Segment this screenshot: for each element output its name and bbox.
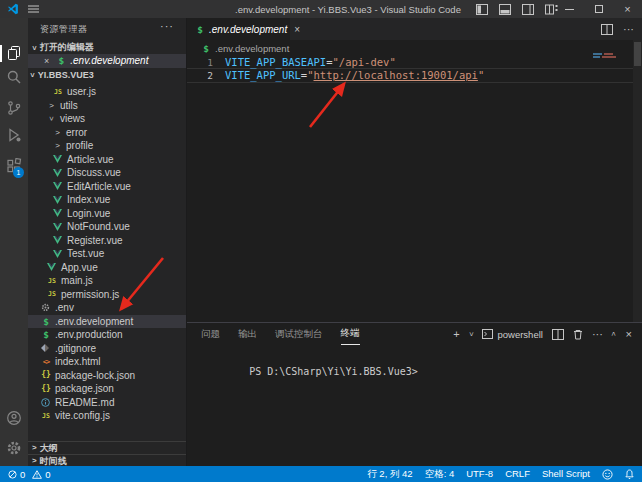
toggle-panel-icon[interactable] bbox=[499, 4, 511, 15]
split-editor-icon[interactable] bbox=[601, 24, 613, 35]
minimap[interactable] bbox=[593, 53, 625, 61]
json-file-icon: {} bbox=[41, 370, 51, 380]
tree-item-test.vue[interactable]: Test.vue bbox=[28, 247, 186, 261]
tree-item-main.js[interactable]: JSmain.js bbox=[28, 274, 186, 288]
open-editor-item[interactable]: × $ .env.development bbox=[28, 54, 186, 68]
maximize-panel-icon[interactable]: > bbox=[610, 332, 618, 337]
more-actions-icon[interactable]: ··· bbox=[623, 24, 634, 35]
split-terminal-icon[interactable] bbox=[552, 329, 564, 340]
vue-file-icon bbox=[53, 223, 63, 231]
close-panel-icon[interactable]: × bbox=[626, 329, 632, 340]
status-item[interactable]: Shell Script bbox=[542, 468, 590, 481]
open-editors-section[interactable]: > 打开的编辑器 bbox=[32, 41, 186, 55]
tree-item-.env.development[interactable]: $.env.development bbox=[28, 315, 186, 329]
tree-item-error[interactable]: >error bbox=[28, 126, 186, 140]
shell-file-icon: $ bbox=[41, 329, 51, 340]
vue-file-icon bbox=[53, 196, 63, 204]
code-text: VITE_APP_BASEAPI="/api-dev" bbox=[225, 56, 396, 69]
chevron-right-icon: > bbox=[32, 444, 37, 452]
search-icon[interactable] bbox=[6, 69, 22, 85]
settings-gear-icon[interactable] bbox=[6, 440, 22, 456]
problems-status[interactable]: 0 0 bbox=[8, 469, 51, 480]
explorer-sidebar: 资源管理器 ··· > 打开的编辑器 × $ .env.development … bbox=[28, 18, 186, 466]
line-number: 2 bbox=[187, 69, 225, 82]
toggle-sidebar-icon[interactable] bbox=[476, 4, 488, 15]
vue-file-icon bbox=[53, 155, 63, 163]
status-item[interactable]: 行 2, 列 42 bbox=[367, 468, 412, 481]
tree-item-readme.md[interactable]: README.md bbox=[28, 396, 186, 410]
close-icon[interactable]: × bbox=[44, 56, 49, 66]
account-icon[interactable] bbox=[6, 410, 22, 426]
tree-item-index.html[interactable]: <>index.html bbox=[28, 355, 186, 369]
minimize-button[interactable] bbox=[555, 0, 584, 18]
panel-tab-问题[interactable]: 问题 bbox=[201, 324, 220, 345]
tree-item-user.js[interactable]: JSuser.js bbox=[28, 85, 186, 99]
tree-item-utils[interactable]: >utils bbox=[28, 99, 186, 113]
source-control-icon[interactable] bbox=[6, 100, 22, 116]
tree-item-app.vue[interactable]: App.vue bbox=[28, 261, 186, 275]
terminal-content[interactable]: PS D:\CSharp\Yi\Yi.BBS.Vue3> bbox=[201, 355, 418, 388]
tree-item-.gitignore[interactable]: .gitignore bbox=[28, 342, 186, 356]
minimap-mark bbox=[602, 56, 616, 58]
code-line-2[interactable]: 2VITE_APP_URL="http://localhost:19001/ap… bbox=[187, 69, 633, 82]
tree-item-permission.js[interactable]: JSpermission.js bbox=[28, 288, 186, 302]
breadcrumb[interactable]: $ .env.development bbox=[187, 40, 642, 56]
shell-file-icon: $ bbox=[195, 24, 205, 35]
outline-section[interactable]: > 大纲 bbox=[28, 441, 186, 454]
kill-terminal-trash-icon[interactable] bbox=[573, 329, 583, 340]
panel-tab-调试控制台[interactable]: 调试控制台 bbox=[275, 324, 323, 345]
file-label: index.html bbox=[55, 356, 101, 367]
panel-tab-终端[interactable]: 终端 bbox=[341, 324, 360, 345]
panel-tab-输出[interactable]: 输出 bbox=[238, 324, 257, 345]
code-editor[interactable]: 1VITE_APP_BASEAPI="/api-dev"2VITE_APP_UR… bbox=[187, 56, 633, 82]
feedback-smiley-icon[interactable] bbox=[602, 469, 613, 480]
tree-item-article.vue[interactable]: Article.vue bbox=[28, 153, 186, 167]
tab-label: .env.development bbox=[209, 24, 287, 35]
status-item[interactable]: UTF-8 bbox=[466, 468, 493, 481]
run-debug-icon[interactable] bbox=[6, 127, 22, 143]
readme-info-icon bbox=[41, 398, 51, 407]
maximize-button[interactable] bbox=[584, 0, 613, 18]
status-item[interactable]: 空格: 4 bbox=[425, 468, 455, 481]
json-file-icon: {} bbox=[41, 384, 51, 394]
open-editors-label: 打开的编辑器 bbox=[40, 41, 94, 54]
tree-item-index.vue[interactable]: Index.vue bbox=[28, 193, 186, 207]
more-actions-icon[interactable]: ··· bbox=[160, 20, 174, 32]
scrollbar-slider[interactable] bbox=[634, 42, 641, 66]
file-label: .env.production bbox=[55, 329, 123, 340]
tree-item-package.json[interactable]: {}package.json bbox=[28, 382, 186, 396]
new-terminal-icon[interactable]: + bbox=[453, 329, 459, 340]
file-label: profile bbox=[66, 140, 93, 151]
shell-selector[interactable]: powershell bbox=[482, 329, 542, 340]
title-bar: .env.development - Yi.BBS.Vue3 - Visual … bbox=[0, 0, 642, 18]
tree-item-editarticle.vue[interactable]: EditArticle.vue bbox=[28, 180, 186, 194]
active-view-indicator bbox=[0, 45, 2, 62]
editor-scrollbar[interactable] bbox=[633, 40, 642, 322]
terminal-prompt: PS D:\CSharp\Yi\Yi.BBS.Vue3> bbox=[249, 366, 418, 377]
code-line-1[interactable]: 1VITE_APP_BASEAPI="/api-dev" bbox=[187, 56, 633, 69]
menu-icon[interactable] bbox=[28, 4, 39, 14]
notifications-bell-icon[interactable] bbox=[625, 469, 634, 480]
tree-item-views[interactable]: >views bbox=[28, 112, 186, 126]
tab-env-development[interactable]: $ .env.development × bbox=[187, 18, 290, 40]
toggle-secondary-sidebar-icon[interactable] bbox=[522, 4, 534, 15]
terminal-dropdown-icon[interactable]: > bbox=[467, 332, 475, 337]
tree-item-register.vue[interactable]: Register.vue bbox=[28, 234, 186, 248]
close-window-button[interactable]: × bbox=[613, 0, 642, 18]
file-label: views bbox=[60, 113, 85, 124]
tree-item-vite.config.js[interactable]: JSvite.config.js bbox=[28, 409, 186, 423]
file-label: package.json bbox=[55, 383, 114, 394]
project-root-section[interactable]: > YI.BBS.VUE3 bbox=[30, 68, 186, 82]
tree-item-notfound.vue[interactable]: NotFound.vue bbox=[28, 220, 186, 234]
tree-item-discuss.vue[interactable]: Discuss.vue bbox=[28, 166, 186, 180]
more-actions-icon[interactable]: ··· bbox=[592, 329, 603, 340]
tree-item-package-lock.json[interactable]: {}package-lock.json bbox=[28, 369, 186, 383]
tree-item-.env[interactable]: .env bbox=[28, 301, 186, 315]
tree-item-.env.production[interactable]: $.env.production bbox=[28, 328, 186, 342]
tree-item-profile[interactable]: >profile bbox=[28, 139, 186, 153]
tree-item-login.vue[interactable]: Login.vue bbox=[28, 207, 186, 221]
terminal-icon bbox=[482, 329, 493, 339]
close-tab-icon[interactable]: × bbox=[294, 24, 300, 35]
status-item[interactable]: CRLF bbox=[505, 468, 530, 481]
explorer-icon[interactable] bbox=[6, 45, 22, 61]
